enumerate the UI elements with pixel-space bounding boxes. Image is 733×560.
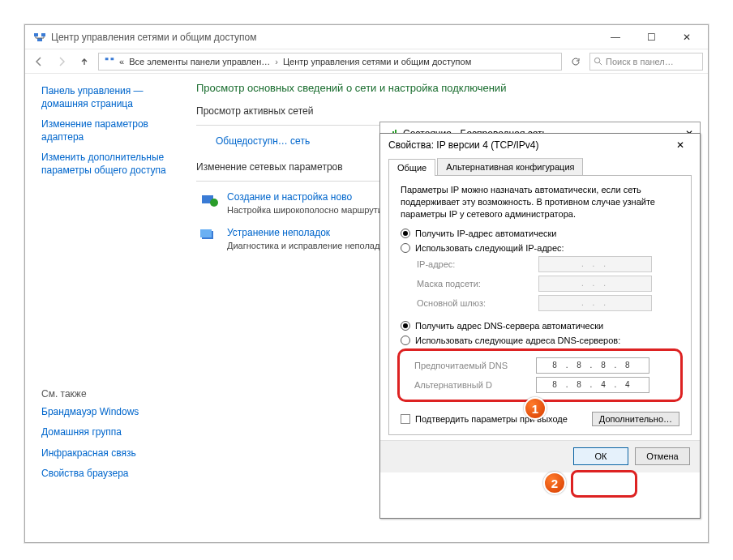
back-button[interactable] bbox=[30, 53, 48, 71]
svg-rect-2 bbox=[37, 38, 42, 41]
alternate-dns-input[interactable]: 8 . 8 . 4 . 4 bbox=[536, 377, 649, 393]
svg-rect-9 bbox=[200, 229, 212, 237]
annotation-badge-1: 1 bbox=[524, 397, 547, 420]
svg-rect-4 bbox=[111, 58, 114, 60]
radio-icon bbox=[401, 336, 410, 345]
ok-button[interactable]: ОК bbox=[573, 447, 628, 465]
troubleshoot-icon bbox=[199, 227, 219, 246]
up-button[interactable] bbox=[75, 53, 93, 71]
sidebar-link-browser[interactable]: Свойства браузера bbox=[41, 468, 177, 481]
sidebar: Панель управления — домашняя страница Из… bbox=[25, 74, 183, 542]
sidebar-link-sharing[interactable]: Изменить дополнительные параметры общего… bbox=[41, 152, 177, 177]
minimize-button[interactable]: — bbox=[598, 26, 633, 49]
dialog-title: Свойства: IP версии 4 (TCP/IPv4) bbox=[388, 139, 669, 151]
gateway-input: . . . bbox=[538, 295, 652, 311]
window-title: Центр управления сетями и общим доступом bbox=[51, 32, 598, 43]
sidebar-link-homegroup[interactable]: Домашняя группа bbox=[41, 426, 177, 439]
radio-dns-auto[interactable]: Получить адрес DNS-сервера автоматически bbox=[401, 321, 679, 331]
annotation-badge-2: 2 bbox=[543, 472, 566, 494]
advanced-button[interactable]: Дополнительно… bbox=[592, 412, 679, 426]
subnet-mask-label: Маска подсети: bbox=[417, 279, 538, 289]
address-bar: « Все элементы панели управлен… › Центр … bbox=[25, 49, 708, 74]
preferred-dns-label: Предпочитаемый DNS bbox=[414, 361, 536, 370]
gateway-label: Основной шлюз: bbox=[417, 298, 538, 308]
titlebar: Центр управления сетями и общим доступом… bbox=[25, 25, 708, 49]
breadcrumb-item[interactable]: « bbox=[117, 57, 126, 66]
tab-alternative[interactable]: Альтернативная конфигурация bbox=[437, 158, 583, 175]
sidebar-link-adapter[interactable]: Изменение параметров адаптера bbox=[41, 118, 177, 143]
radio-icon bbox=[401, 243, 410, 253]
connection-icon bbox=[199, 191, 219, 211]
radio-ip-auto[interactable]: Получить IP-адрес автоматически bbox=[401, 229, 679, 238]
radio-icon bbox=[401, 229, 410, 238]
sidebar-link-infrared[interactable]: Инфракрасная связь bbox=[41, 447, 177, 460]
ip-address-label: IP-адрес: bbox=[417, 259, 538, 269]
svg-rect-0 bbox=[34, 33, 38, 36]
alternate-dns-label: Альтернативный D bbox=[414, 380, 536, 390]
close-button[interactable]: ✕ bbox=[669, 26, 705, 49]
active-networks-heading: Просмотр активных сетей bbox=[196, 105, 695, 117]
see-also-label: См. также bbox=[41, 388, 177, 400]
breadcrumb-item[interactable]: Центр управления сетями и общим доступом bbox=[281, 57, 474, 66]
breadcrumb[interactable]: « Все элементы панели управлен… › Центр … bbox=[98, 53, 562, 71]
maximize-button[interactable]: ☐ bbox=[633, 26, 669, 49]
close-icon[interactable]: ✕ bbox=[669, 135, 692, 155]
cancel-button[interactable]: Отмена bbox=[635, 447, 690, 465]
validate-label: Подтвердить параметры при выходе bbox=[415, 414, 568, 424]
refresh-button[interactable] bbox=[567, 53, 585, 71]
preferred-dns-input[interactable]: 8 . 8 . 8 . 8 bbox=[536, 357, 649, 374]
chevron-right-icon: › bbox=[272, 57, 281, 66]
app-icon-small bbox=[102, 56, 117, 67]
radio-label: Использовать следующий IP-адрес: bbox=[415, 243, 564, 253]
svg-rect-1 bbox=[41, 33, 45, 36]
radio-label: Получить адрес DNS-сервера автоматически bbox=[415, 321, 603, 331]
tab-content-general: Параметры IP можно назначать автоматичес… bbox=[388, 176, 692, 435]
dialog-footer: ОК Отмена bbox=[380, 440, 700, 472]
app-icon bbox=[33, 31, 46, 44]
forward-button[interactable] bbox=[53, 53, 71, 71]
radio-label: Использовать следующие адреса DNS-сервер… bbox=[415, 336, 620, 345]
sidebar-link-firewall[interactable]: Брандмауэр Windows bbox=[41, 406, 177, 419]
tabs: Общие Альтернативная конфигурация bbox=[388, 158, 692, 176]
task-title: Устранение неполадок bbox=[227, 227, 391, 238]
search-placeholder: Поиск в панел… bbox=[606, 57, 674, 66]
dns-fields-highlight: Предпочитаемый DNS8 . 8 . 8 . 8 Альтерна… bbox=[397, 348, 683, 402]
search-input[interactable]: Поиск в панел… bbox=[589, 53, 703, 71]
radio-ip-manual[interactable]: Использовать следующий IP-адрес: bbox=[401, 243, 679, 253]
page-heading: Просмотр основных сведений о сети и наст… bbox=[196, 82, 695, 94]
ip-address-input: . . . bbox=[538, 256, 652, 272]
breadcrumb-item[interactable]: Все элементы панели управлен… bbox=[126, 57, 272, 66]
radio-icon bbox=[401, 321, 410, 331]
svg-point-5 bbox=[594, 58, 599, 62]
radio-dns-manual[interactable]: Использовать следующие адреса DNS-сервер… bbox=[401, 336, 679, 345]
svg-point-7 bbox=[210, 199, 218, 207]
ipv4-properties-dialog: Свойства: IP версии 4 (TCP/IPv4) ✕ Общие… bbox=[379, 133, 701, 519]
validate-checkbox[interactable] bbox=[401, 414, 410, 424]
description-text: Параметры IP можно назначать автоматичес… bbox=[401, 184, 679, 220]
radio-label: Получить IP-адрес автоматически bbox=[415, 229, 556, 238]
task-desc: Диагностика и исправление неполадок. bbox=[227, 240, 391, 251]
subnet-mask-input: . . . bbox=[538, 276, 652, 292]
sidebar-link-home[interactable]: Панель управления — домашняя страница bbox=[41, 85, 177, 110]
tab-general[interactable]: Общие bbox=[388, 159, 435, 176]
svg-rect-3 bbox=[105, 58, 109, 60]
